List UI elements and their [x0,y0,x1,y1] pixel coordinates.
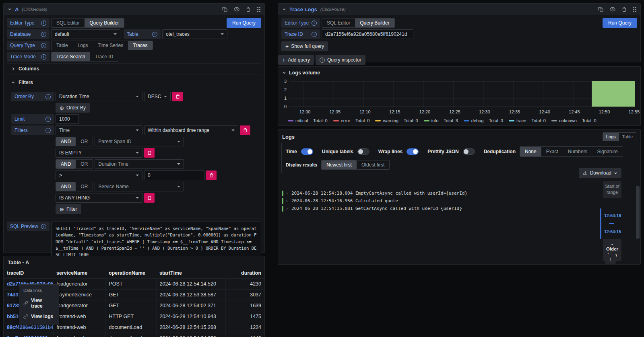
legend-item[interactable]: debug Total: 0 [464,118,503,123]
newest-first-option[interactable]: Newest first [322,160,357,169]
eye-icon[interactable] [610,6,615,12]
and-option[interactable]: AND [56,160,76,168]
dedup-exact[interactable]: Exact [541,147,563,156]
log-row[interactable]: › 2024-06-28 12:54:18.004 EmptyCartAsync… [282,189,596,197]
legend-item[interactable]: critical Total: 0 [288,118,328,123]
eye-icon[interactable] [234,6,239,12]
info-icon[interactable] [312,21,317,26]
sql-editor-option[interactable]: SQL Editor [322,18,355,27]
remove-filter-button[interactable] [206,171,217,180]
order-by-direction-select[interactable]: DESC [144,92,171,101]
info-icon[interactable] [152,32,157,37]
filter-time-range-select[interactable]: Within dashboard time range [144,125,238,135]
table-view-option[interactable]: Table [619,133,636,141]
or-option[interactable]: OR [76,137,93,146]
column-header[interactable]: startTime [156,268,225,279]
or-option[interactable]: OR [76,160,93,168]
column-header[interactable]: traceID [4,268,53,279]
run-query-button[interactable]: Run Query [227,18,261,28]
logs-volume-chart[interactable]: 3 2 1 0 12:00 12:05 12:10 12:15 12:20 12… [289,81,635,107]
dedup-numbers[interactable]: Numbers [563,147,592,156]
trace-search-option[interactable]: Trace Search [52,52,90,61]
dedup-none[interactable]: None [520,147,541,156]
filter-field-select[interactable]: Parent Span ID [95,137,184,146]
remove-time-filter-button[interactable] [240,125,250,135]
info-icon[interactable] [41,54,46,60]
info-icon[interactable] [45,94,51,99]
filter-value-input[interactable] [144,171,204,180]
remove-filter-button[interactable] [144,148,155,158]
table-select[interactable]: otel_traces [162,29,227,39]
log-row[interactable]: › 2024-06-28 12:54:16.956 Calculated quo… [282,197,596,205]
info-icon[interactable] [45,117,51,122]
minimap-scrollbar[interactable] [636,186,640,239]
filter-time-field-select[interactable]: Time [56,125,142,135]
log-row[interactable]: › 2024-06-28 12:54:15.081 GetCartAsync c… [282,205,596,212]
legend-item[interactable]: error Total: 0 [333,118,370,123]
oldest-first-option[interactable]: Oldest first [357,160,389,169]
query-type-table[interactable]: Table [52,41,73,50]
remove-order-by-button[interactable] [172,92,183,101]
query-builder-option[interactable]: Query Builder [355,18,394,27]
and-option[interactable]: AND [56,137,76,146]
wrap-lines-toggle[interactable] [407,148,419,155]
sql-editor-option[interactable]: SQL Editor [52,18,85,27]
info-icon[interactable] [41,43,46,48]
filter-operator-select[interactable]: IS ANYTHING [56,193,142,203]
legend-item[interactable]: unknown Total: 0 [551,118,597,123]
database-select[interactable]: default [51,29,120,39]
legend-item[interactable]: info Total: 3 [424,118,458,123]
and-option[interactable]: AND [56,182,76,191]
run-query-button[interactable]: Run Query [603,18,637,28]
logs-volume-header[interactable]: Logs volume [278,67,640,76]
copy-icon[interactable] [598,7,603,12]
add-query-button[interactable]: Add query [278,55,314,65]
info-icon[interactable] [41,21,46,26]
info-icon[interactable] [41,224,46,229]
trace-id-link[interactable]: 9ae7acf61841926... [7,335,52,337]
trash-icon[interactable] [246,7,251,12]
expand-chevron-icon[interactable]: › [286,206,289,211]
trash-icon[interactable] [622,7,627,12]
order-by-field-select[interactable]: Duration Time [56,92,142,101]
add-filter-button[interactable]: Filter [56,204,81,214]
show-full-query-button[interactable]: Show full query [281,41,328,51]
info-icon[interactable] [41,32,46,37]
copy-icon[interactable] [222,7,227,12]
limit-input[interactable] [56,114,79,124]
collapse-chevron-icon[interactable] [8,7,12,11]
dedup-signature[interactable]: Signature [592,147,622,156]
filter-field-select[interactable]: Service Name [95,182,184,191]
filter-field-select[interactable]: Duration Time [95,159,184,169]
view-trace-menu-item[interactable]: View trace [19,295,59,311]
view-logs-menu-item[interactable]: View logs [19,311,59,322]
column-header[interactable]: operationName [105,268,156,279]
collapse-chevron-icon[interactable] [282,7,286,11]
scroll-to-top-button[interactable]: ↑ [605,254,616,264]
info-icon[interactable] [312,32,317,37]
info-icon[interactable] [45,128,51,133]
legend-item[interactable]: warning Total: 0 [375,118,418,123]
expand-chevron-icon[interactable]: › [286,191,289,195]
or-option[interactable]: OR [76,182,93,191]
query-type-timeseries[interactable]: Time Series [93,41,128,50]
remove-filter-button[interactable] [144,193,155,203]
log-timeline-minimap[interactable]: 12:54:18 12:54:15 [600,208,623,239]
query-inspector-button[interactable]: Query inspector [316,55,365,65]
columns-section-header[interactable]: Columns [7,64,261,74]
query-builder-option[interactable]: Query Builder [85,18,124,27]
column-header[interactable]: serviceName [53,268,105,279]
drag-handle-icon[interactable] [257,7,260,12]
add-order-by-button[interactable]: Order By [56,103,90,113]
expand-chevron-icon[interactable]: › [286,199,289,203]
trace-id-input[interactable] [322,29,413,39]
time-toggle[interactable] [301,148,313,155]
filters-section-header[interactable]: Filters [7,77,261,88]
trace-id-link[interactable]: 89cf4286e631591b4... [7,325,53,330]
drag-handle-icon[interactable] [633,7,636,12]
unique-labels-toggle[interactable] [357,148,369,155]
trace-id-option[interactable]: Trace ID [90,52,118,61]
prettify-json-toggle[interactable] [463,148,475,155]
download-button[interactable]: Download [579,168,621,178]
query-type-traces[interactable]: Traces [128,41,152,50]
